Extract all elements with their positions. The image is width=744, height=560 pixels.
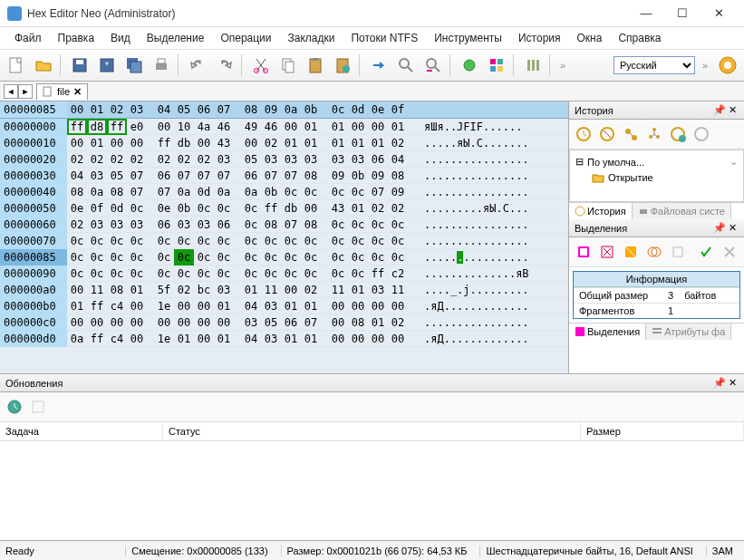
hex-byte[interactable]: 01: [368, 135, 388, 151]
hex-byte[interactable]: 02: [154, 151, 174, 168]
hex-byte[interactable]: 0a: [174, 184, 194, 200]
hex-byte[interactable]: 02: [194, 151, 214, 168]
hex-byte[interactable]: 03: [368, 282, 388, 298]
hex-byte[interactable]: 0c: [368, 233, 388, 249]
hex-byte[interactable]: db: [281, 200, 301, 217]
hex-byte[interactable]: 0d: [107, 200, 127, 217]
hex-byte[interactable]: 0c: [261, 266, 281, 282]
hex-byte[interactable]: 00: [348, 119, 368, 135]
sel-clear-icon[interactable]: [719, 241, 740, 263]
hex-byte[interactable]: 0c: [348, 233, 368, 249]
hex-byte[interactable]: 0f: [87, 200, 107, 217]
hex-row[interactable]: 000000900c0c0c0c0c0c0c0c0c0c0c0c0c0cffc2…: [0, 266, 568, 282]
hex-byte[interactable]: 03: [87, 168, 107, 184]
pin-icon[interactable]: 📌: [713, 104, 726, 116]
hex-byte[interactable]: 49: [241, 119, 261, 135]
paste-special-button[interactable]: [330, 53, 355, 78]
hex-byte[interactable]: 03: [174, 217, 194, 233]
hex-byte[interactable]: 0c: [281, 266, 301, 282]
menu-Правка[interactable]: Правка: [51, 29, 102, 47]
hex-byte[interactable]: 03: [241, 314, 261, 331]
sel-union-icon[interactable]: [667, 241, 689, 263]
print-button[interactable]: [149, 53, 174, 78]
settings-button[interactable]: [520, 53, 546, 78]
hex-byte[interactable]: 03: [261, 331, 281, 347]
collapse-icon[interactable]: ⊟: [575, 156, 584, 168]
hex-byte[interactable]: 0c: [107, 266, 127, 282]
ascii-cell[interactable]: ................: [420, 217, 533, 233]
ascii-cell[interactable]: ...._.j.........: [420, 282, 533, 298]
hex-byte[interactable]: 06: [368, 151, 388, 168]
hex-byte[interactable]: 0c: [281, 233, 301, 249]
hex-byte[interactable]: 0c: [301, 233, 321, 249]
hex-byte[interactable]: e0: [127, 119, 147, 135]
hex-byte[interactable]: 03: [214, 151, 234, 168]
update-download-icon[interactable]: [27, 396, 49, 418]
ascii-cell[interactable]: .яД.............: [420, 298, 533, 314]
menu-Выделение[interactable]: Выделение: [140, 29, 212, 47]
hex-byte[interactable]: 0c: [67, 249, 87, 266]
hex-byte[interactable]: ff: [261, 200, 281, 217]
hex-byte[interactable]: 0b: [261, 184, 281, 200]
hex-byte[interactable]: 08: [301, 168, 321, 184]
ascii-cell[interactable]: ................: [420, 314, 533, 331]
sel-intersect-icon[interactable]: [643, 241, 665, 263]
hex-byte[interactable]: 00: [127, 314, 147, 331]
hex-byte[interactable]: 0c: [281, 249, 301, 266]
hex-byte[interactable]: 02: [174, 151, 194, 168]
language-select[interactable]: Русский: [614, 56, 695, 74]
hex-byte[interactable]: 04: [67, 168, 87, 184]
close-button[interactable]: ✕: [701, 1, 737, 26]
hex-byte[interactable]: 01: [301, 331, 321, 347]
hex-byte[interactable]: 00: [194, 298, 214, 314]
structure-button[interactable]: [484, 53, 509, 78]
hex-byte[interactable]: 0c: [174, 266, 194, 282]
hex-byte[interactable]: 07: [368, 184, 388, 200]
hex-byte[interactable]: 0c: [127, 249, 147, 266]
hex-byte[interactable]: c4: [107, 331, 127, 347]
hex-byte[interactable]: 0c: [174, 249, 194, 266]
hex-byte[interactable]: 0c: [241, 249, 261, 266]
hex-byte[interactable]: 00: [67, 282, 87, 298]
hex-byte[interactable]: 0c: [87, 249, 107, 266]
hex-byte[interactable]: 00: [281, 119, 301, 135]
hex-byte[interactable]: 05: [107, 168, 127, 184]
hex-byte[interactable]: 00: [174, 298, 194, 314]
hex-byte[interactable]: ff: [368, 266, 388, 282]
hex-byte[interactable]: 0c: [194, 266, 214, 282]
save-all-button[interactable]: [121, 53, 147, 78]
hex-row[interactable]: 000000850c0c0c0c0c0c0c0c0c0c0c0c0c0c0c0c…: [0, 249, 568, 266]
menu-Окна[interactable]: Окна: [570, 29, 610, 47]
hex-byte[interactable]: 43: [328, 200, 348, 217]
history-tree[interactable]: ⊟По умолча...⌄ Открытие: [569, 150, 744, 202]
hex-byte[interactable]: 01: [87, 135, 107, 151]
hex-byte[interactable]: 0c: [348, 249, 368, 266]
sel-add-icon[interactable]: [573, 241, 594, 263]
hex-row[interactable]: 0000006002030303060303060c0807080c0c0c0c…: [0, 217, 568, 233]
hex-byte[interactable]: 00: [127, 135, 147, 151]
hex-byte[interactable]: 07: [281, 168, 301, 184]
hex-byte[interactable]: 01: [348, 200, 368, 217]
hex-byte[interactable]: ff: [87, 331, 107, 347]
hex-byte[interactable]: 01: [301, 298, 321, 314]
hex-byte[interactable]: 00: [174, 314, 194, 331]
hex-byte[interactable]: ff: [154, 135, 174, 151]
hex-byte[interactable]: 46: [261, 119, 281, 135]
hex-byte[interactable]: 00: [127, 331, 147, 347]
ascii-cell[interactable]: ..............яВ: [420, 266, 533, 282]
hex-byte[interactable]: 00: [107, 314, 127, 331]
history-undo-icon[interactable]: [573, 123, 594, 145]
help-button[interactable]: [715, 53, 740, 78]
hex-byte[interactable]: 03: [261, 151, 281, 168]
maximize-button[interactable]: ☐: [664, 1, 701, 26]
sel-invert-icon[interactable]: [620, 241, 642, 263]
history-redo-icon[interactable]: [596, 123, 618, 145]
hex-byte[interactable]: 02: [87, 151, 107, 168]
hex-byte[interactable]: 0c: [87, 233, 107, 249]
hex-byte[interactable]: ff: [107, 119, 127, 135]
hex-byte[interactable]: 09: [328, 168, 348, 184]
undo-button[interactable]: [185, 53, 210, 78]
hex-row[interactable]: 000000a0001108015f02bc030111000211010311…: [0, 282, 568, 298]
hex-byte[interactable]: 04: [388, 151, 408, 168]
hex-byte[interactable]: 00: [388, 298, 408, 314]
